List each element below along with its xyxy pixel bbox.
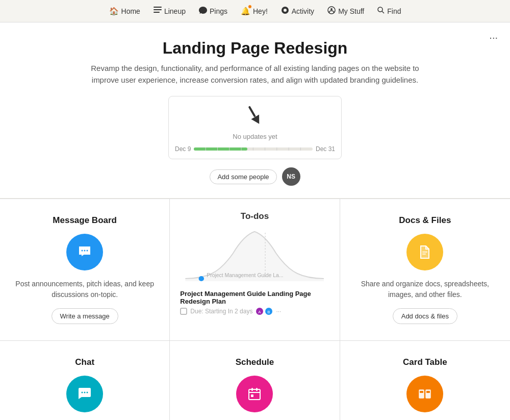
todos-chart: Project Management Guide La... <box>180 228 329 284</box>
todo-avatars: A B <box>256 307 273 315</box>
people-row: Add some people NS <box>10 167 500 186</box>
nav-pings-label: Pings <box>210 7 227 15</box>
message-board-title: Message Board <box>12 215 157 226</box>
schedule-cell: Schedule There aren't any upcoming event… <box>170 341 340 420</box>
add-docs-button[interactable]: Add docs & files <box>393 308 457 324</box>
pings-icon <box>199 7 207 16</box>
svg-rect-40 <box>419 389 424 399</box>
timeline-track <box>194 147 313 151</box>
nav-lineup-label: Lineup <box>164 7 186 15</box>
svg-rect-32 <box>422 254 426 255</box>
svg-point-22 <box>87 250 88 252</box>
nav-lineup[interactable]: Lineup <box>148 4 191 18</box>
svg-text:B: B <box>268 310 270 314</box>
chat-title: Chat <box>12 357 157 367</box>
chat-icon <box>66 376 103 412</box>
schedule-icon <box>236 376 273 412</box>
chat-cell: Chat Chat casually with your team, ask q… <box>0 341 170 420</box>
todo-item-title: Project Management Guide Landing Page Re… <box>180 290 329 305</box>
nav-home-label: Home <box>121 7 140 15</box>
add-people-button[interactable]: Add some people <box>210 169 276 184</box>
timeline-widget: No updates yet Dec 9 Dec 31 <box>168 96 342 159</box>
svg-point-21 <box>84 250 86 252</box>
avatar[interactable]: NS <box>282 167 300 186</box>
message-board-cell: Message Board Post announcements, pitch … <box>0 199 170 341</box>
project-description: Revamp the design, functionality, and pe… <box>82 63 428 86</box>
svg-rect-39 <box>251 394 253 397</box>
nav-mystuff-label: My Stuff <box>338 7 364 15</box>
svg-marker-10 <box>251 114 263 126</box>
nav-hey[interactable]: 🔔 Hey! <box>236 4 273 19</box>
svg-rect-9 <box>248 106 256 117</box>
docs-files-desc: Share and organize docs, spreadsheets, i… <box>352 279 498 300</box>
svg-rect-41 <box>425 389 431 399</box>
svg-rect-2 <box>154 12 160 13</box>
svg-rect-44 <box>420 391 423 393</box>
svg-rect-31 <box>422 252 427 253</box>
docs-files-cell: Docs & Files Share and organize docs, sp… <box>340 199 510 341</box>
svg-rect-36 <box>249 389 260 400</box>
nail-icon <box>244 103 266 130</box>
todo-item[interactable]: Project Management Guide Landing Page Re… <box>180 290 329 315</box>
schedule-title: Schedule <box>182 357 327 367</box>
card-table-icon <box>406 376 443 412</box>
svg-point-4 <box>284 9 287 12</box>
svg-text:Project Management Guide La...: Project Management Guide La... <box>207 273 284 278</box>
svg-line-8 <box>382 11 384 13</box>
svg-point-35 <box>87 392 88 393</box>
nav-hey-label: Hey! <box>253 7 268 15</box>
todos-title: To-dos <box>180 211 329 221</box>
svg-point-20 <box>82 250 83 252</box>
lineup-icon <box>154 7 162 15</box>
message-board-desc: Post announcements, pitch ideas, and kee… <box>12 279 157 300</box>
svg-point-33 <box>82 392 83 393</box>
no-updates-text: No updates yet <box>175 133 335 140</box>
card-table-title: Card Table <box>352 357 498 367</box>
home-icon: 🏠 <box>109 7 119 16</box>
todos-cell: To-dos Project Management Guide La... Pr… <box>170 199 340 341</box>
hey-icon: 🔔 <box>241 7 250 16</box>
docs-files-title: Docs & Files <box>352 215 498 226</box>
nav-pings[interactable]: Pings <box>194 4 233 19</box>
svg-point-6 <box>330 8 333 10</box>
nav-activity[interactable]: Activity <box>276 3 319 19</box>
features-grid: Message Board Post announcements, pitch … <box>0 199 510 420</box>
svg-rect-38 <box>256 388 258 391</box>
more-options-button[interactable]: ··· <box>485 30 502 45</box>
hero-section: ··· Landing Page Redesign Revamp the des… <box>0 22 510 199</box>
write-message-button[interactable]: Write a message <box>52 308 118 324</box>
timeline-bar: Dec 9 Dec 31 <box>175 145 335 153</box>
nav-home[interactable]: 🏠 Home <box>104 4 145 19</box>
message-board-icon <box>66 234 103 270</box>
nav-find[interactable]: Find <box>372 4 406 18</box>
mystuff-icon <box>327 6 336 16</box>
todo-item-meta: Due: Starting In 2 days A B ··· <box>180 307 329 315</box>
todo-checkbox-icon <box>180 308 187 315</box>
svg-point-7 <box>378 7 382 12</box>
svg-point-24 <box>199 276 204 281</box>
card-table-cell: Card Table Move cards across columns in … <box>340 341 510 420</box>
main-nav: 🏠 Home Lineup Pings 🔔 Hey! <box>0 0 510 22</box>
svg-rect-37 <box>251 388 253 391</box>
svg-text:A: A <box>259 310 262 314</box>
svg-rect-1 <box>154 9 162 10</box>
svg-point-34 <box>84 392 86 393</box>
timeline-start-date: Dec 9 <box>175 145 191 153</box>
activity-icon <box>281 6 289 16</box>
timeline-end-date: Dec 31 <box>316 145 335 153</box>
find-icon <box>377 7 385 15</box>
project-title: Landing Page Redesign <box>10 39 500 58</box>
nav-activity-label: Activity <box>292 7 314 15</box>
svg-rect-26 <box>181 308 187 314</box>
nav-find-label: Find <box>387 7 401 15</box>
svg-rect-0 <box>154 7 162 8</box>
svg-rect-45 <box>426 391 430 393</box>
docs-files-icon <box>406 234 443 270</box>
nav-mystuff[interactable]: My Stuff <box>322 3 369 19</box>
